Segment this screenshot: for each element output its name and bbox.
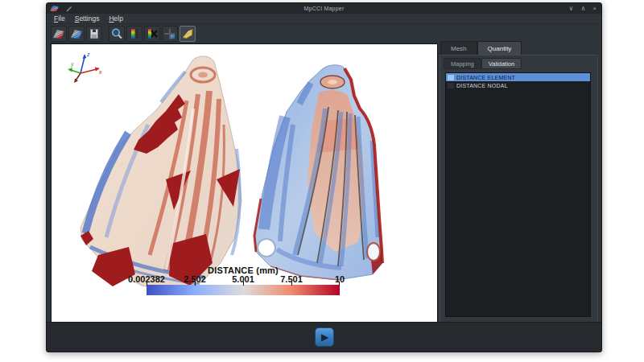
list-item-label: DISTANCE ELEMENT <box>456 75 515 80</box>
colorbar-button[interactable] <box>126 26 142 42</box>
list-item-label: DISTANCE NODAL <box>456 83 508 88</box>
target-mesh-icon <box>70 27 83 40</box>
menu-bar: File Settings Help <box>47 14 601 24</box>
target-mesh-view <box>254 65 382 280</box>
magnifier-icon <box>110 27 123 40</box>
save-button[interactable] <box>86 26 102 42</box>
source-mesh-view <box>80 56 242 290</box>
minimize-button[interactable]: ∨ <box>569 3 574 14</box>
menu-settings[interactable]: Settings <box>70 14 105 24</box>
maximize-button[interactable]: ∧ <box>580 3 585 14</box>
legend-colorbar <box>147 285 340 295</box>
clip-cone-icon <box>181 27 194 40</box>
axis-triad: z x y <box>68 51 102 83</box>
axis-x-label: x <box>98 69 102 75</box>
title-bar[interactable]: MpCCI Mapper ∨ ∧ × <box>47 3 601 14</box>
list-item-distance-nodal[interactable]: DISTANCE NODAL <box>446 81 590 89</box>
menu-file[interactable]: File <box>49 14 70 24</box>
subtab-validation[interactable]: Validation <box>481 58 522 69</box>
play-icon: ▶ <box>321 332 328 342</box>
clip-cone-button[interactable] <box>180 26 196 42</box>
subtab-mapping[interactable]: Mapping <box>444 58 481 69</box>
legend-tick: 10 <box>335 274 345 284</box>
transport-bar: ▶ <box>47 322 601 352</box>
window-title: MpCCI Mapper <box>47 6 601 11</box>
axes-cross-icon <box>163 27 176 40</box>
play-button[interactable]: ▶ <box>315 327 334 347</box>
colorbar-remove-icon <box>146 27 159 40</box>
viewport-3d[interactable]: z x y DISTANCE (mm) 0.002382 2.502 5.001… <box>51 43 438 323</box>
save-icon <box>88 27 101 40</box>
colorbar-remove-button[interactable] <box>144 26 160 42</box>
side-panel: Mesh Quantity Mapping Validation DISTANC… <box>440 41 601 324</box>
tab-quantity[interactable]: Quantity <box>477 41 522 55</box>
source-mesh-button[interactable] <box>51 26 67 42</box>
quantity-swatch-icon <box>448 83 454 88</box>
quantity-subtabs: Mapping Validation <box>444 58 522 69</box>
list-item-distance-element[interactable]: DISTANCE ELEMENT <box>446 73 590 81</box>
zoom-button[interactable] <box>109 26 125 42</box>
axes-cross-button[interactable] <box>162 26 178 42</box>
tab-mesh[interactable]: Mesh <box>440 41 477 55</box>
axis-y-label: y <box>70 61 74 68</box>
axis-z-label: z <box>86 51 90 57</box>
quantity-pane: Mapping Validation DISTANCE ELEMENT DIST… <box>440 55 598 324</box>
quantity-swatch-icon <box>448 75 454 80</box>
app-window: MpCCI Mapper ∨ ∧ × File Settings Help <box>46 2 602 352</box>
panel-tabs: Mesh Quantity <box>440 41 522 55</box>
target-mesh-button[interactable] <box>68 26 85 42</box>
colorbar-icon <box>128 27 141 40</box>
quantity-list: DISTANCE ELEMENT DISTANCE NODAL <box>445 72 591 317</box>
menu-help[interactable]: Help <box>104 14 127 24</box>
source-mesh-icon <box>52 27 65 40</box>
legend-ticks: 0.002382 2.502 5.001 7.501 10 <box>52 274 437 284</box>
close-button[interactable]: × <box>592 3 597 14</box>
